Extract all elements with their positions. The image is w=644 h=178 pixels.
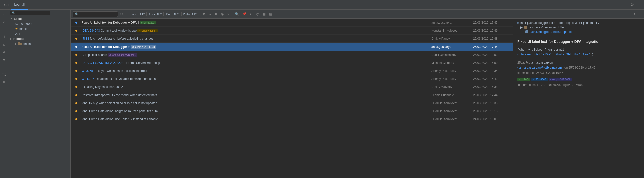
commit-row[interactable]: [dbe] fix bug when selection color in a …: [71, 99, 513, 107]
commit-link2[interactable]: IDEA-233298: [105, 61, 123, 65]
commit-row[interactable]: IDEA-CR-60637: IDEA-233298 - InternalSer…: [71, 59, 513, 67]
refresh-btn[interactable]: ↺: [202, 11, 207, 17]
commit-link[interactable]: IDEA-CR-60637: [82, 61, 104, 65]
commit-link[interactable]: IJI-83: [82, 37, 89, 40]
star-sidebar-icon[interactable]: ★: [1, 56, 8, 63]
origin-item[interactable]: ▶ origin: [8, 41, 70, 47]
toolbar-gear-btn[interactable]: ⚙: [119, 11, 124, 17]
commit-date: 25/03/2020, 17:45: [473, 45, 511, 49]
commit-row-selected[interactable]: Fixed UI label text for Debugger + 🏷 ori…: [71, 43, 513, 51]
date-filter-label: Date: All: [166, 13, 177, 16]
paths-filter[interactable]: Paths: All ▾: [181, 12, 199, 16]
commit-author: Konstantin Kolosov: [431, 29, 472, 32]
commit-link[interactable]: WI-32551: [82, 69, 95, 73]
date-filter[interactable]: Date: All ▾: [165, 12, 180, 16]
pin-btn[interactable]: 📌: [241, 11, 248, 17]
clock-btn[interactable]: ◷: [255, 11, 260, 17]
grid-btn[interactable]: ▦: [261, 11, 267, 17]
refresh-icon[interactable]: ↺: [1, 48, 8, 55]
push-icon[interactable]: ⇧: [1, 33, 8, 40]
git-log-icon[interactable]: ⊟: [1, 63, 8, 70]
sep2: [200, 12, 200, 17]
settings-icon[interactable]: ⚙: [630, 2, 634, 7]
update-icon[interactable]: ↑: [1, 26, 8, 33]
commit-author: Michael Golubev: [431, 61, 472, 65]
commit-author: Dmitriy.Panov: [431, 37, 472, 40]
commit-message: WI-43014 Refactor: extract variable to m…: [82, 77, 430, 81]
commit-row[interactable]: [dbe] Dump Data dialog: height of source…: [71, 107, 513, 115]
search-btn[interactable]: 🔍: [234, 11, 240, 17]
paths-filter-arrow: ▾: [195, 12, 197, 16]
commit-row[interactable]: Fix failing KeymapsTestCase 2 Dmitry Mat…: [71, 83, 513, 91]
branch-filter-label: Branch: All: [130, 13, 143, 16]
commit-row[interactable]: WI-43014 Refactor: extract variable to m…: [71, 75, 513, 83]
repo-label: intellij.java.debugger 1 file ~/IdeaProj…: [520, 21, 599, 25]
commit-author: Dmitry Matveev*: [431, 85, 472, 89]
detail-panel: ▦ intellij.java.debugger 1 file ~/IdeaPr…: [513, 19, 644, 178]
commit-row[interactable]: WI-32551 Fix typo which made testdata in…: [71, 67, 513, 75]
commit-message: IJI-83 fetch default branch before calcu…: [82, 37, 430, 40]
local-header[interactable]: ▼ Local: [8, 16, 70, 21]
paths-filter-label: Paths: All: [183, 13, 195, 16]
branch-label-201-6668: 201.6668: [20, 22, 32, 26]
graph-col: [73, 78, 80, 80]
branch-201-6668[interactable]: 🏷 201.6668: [8, 21, 70, 26]
eye-btn[interactable]: ◉: [220, 11, 225, 17]
user-filter[interactable]: User: All ▾: [148, 12, 164, 16]
commit-author: Liudmila Kornilova*: [431, 101, 472, 105]
graph-col: [73, 54, 80, 56]
commit-row[interactable]: Postgres Introspector: fix the model whe…: [71, 91, 513, 99]
commit-link[interactable]: WI-43014: [82, 77, 95, 81]
files-folder[interactable]: ▶ resources/messages 1 file: [520, 25, 641, 30]
commit-message: [dbe] Dump Data dialog: height of source…: [82, 109, 430, 113]
back-button[interactable]: ‹: [1, 11, 8, 18]
sort-btn[interactable]: ⇅: [213, 11, 219, 17]
commit-row[interactable]: IDEA-234643 Commit tool window is ope 🏷 …: [71, 27, 513, 35]
commit-date: 25/03/2020, 16:38: [473, 85, 511, 89]
commit-search-input[interactable]: [73, 11, 118, 17]
branch-201[interactable]: 201: [8, 31, 70, 36]
origin-triangle: ▶: [15, 43, 17, 45]
branch-filter[interactable]: Branch: All ▾: [128, 12, 147, 16]
more-btn[interactable]: »: [226, 11, 230, 17]
branch-icon[interactable]: ⌥: [1, 71, 8, 78]
prev-btn[interactable]: «: [208, 11, 212, 17]
commit-row[interactable]: Fixed UI label text for Debugger + DFA i…: [71, 19, 513, 27]
sort-sidebar-icon[interactable]: ⇅: [1, 78, 8, 85]
graph-col: [73, 118, 80, 120]
commit-date: 24/03/2020, 18:01: [473, 117, 511, 121]
committed-on: committed on 25/03/2020 at 19:47: [517, 70, 640, 75]
undo-btn[interactable]: ↩: [249, 11, 254, 17]
commit-row[interactable]: IJI-83 fetch default branch before calcu…: [71, 35, 513, 43]
local-triangle: ▼: [10, 18, 12, 20]
options-icon[interactable]: ⋮: [636, 2, 640, 7]
graph-dot: [75, 62, 77, 64]
file-item[interactable]: JavaDebuggerBundle.properties: [525, 30, 641, 34]
graph-dot: [75, 46, 77, 48]
log-tab[interactable]: Log: all: [11, 0, 28, 10]
remote-label: Remote: [13, 37, 24, 41]
commit-row[interactable]: fu impl: text search 🏷 origin/daniil/sym…: [71, 51, 513, 59]
layout-btn[interactable]: ▤: [268, 11, 273, 17]
collapse-btn[interactable]: ≡: [632, 11, 637, 17]
detail-files: ▦ intellij.java.debugger 1 file ~/IdeaPr…: [513, 19, 644, 36]
cherry-hash-link[interactable]: cfb79aecd39cf4289a1459ba8ec9b8d3bc17f9e7: [517, 53, 590, 56]
commit-row[interactable]: [dbe] Dump Data dialog: use EditorEx ins…: [71, 115, 513, 123]
left-sidebar: ‹ ✓ ↑ ⇧ ⌕ ↺ ★ ⊟ ⌥ ⇅: [0, 10, 8, 178]
remote-header[interactable]: ▶ Remote: [8, 36, 70, 41]
commit-author: Leonid Bushuev*: [431, 93, 472, 97]
commit-link[interactable]: IDEA-234643: [82, 29, 100, 32]
check-icon[interactable]: ✓: [1, 18, 8, 25]
graph-dot: [75, 38, 77, 40]
user-filter-label: User: All: [149, 13, 160, 16]
graph-dot: [75, 86, 77, 88]
graph-col: [73, 46, 80, 48]
commit-date: 25/03/2020, 19:48: [473, 37, 511, 40]
expand-btn[interactable]: ↕: [638, 11, 642, 17]
branch-master[interactable]: ★ master: [8, 26, 70, 31]
branch-search-input[interactable]: [10, 11, 50, 15]
file-link[interactable]: JavaDebuggerBundle.properties: [530, 30, 573, 34]
content-area: Fixed UI label text for Debugger + DFA i…: [71, 19, 644, 178]
search-sidebar-icon[interactable]: ⌕: [1, 41, 8, 48]
graph-col: [73, 102, 80, 104]
